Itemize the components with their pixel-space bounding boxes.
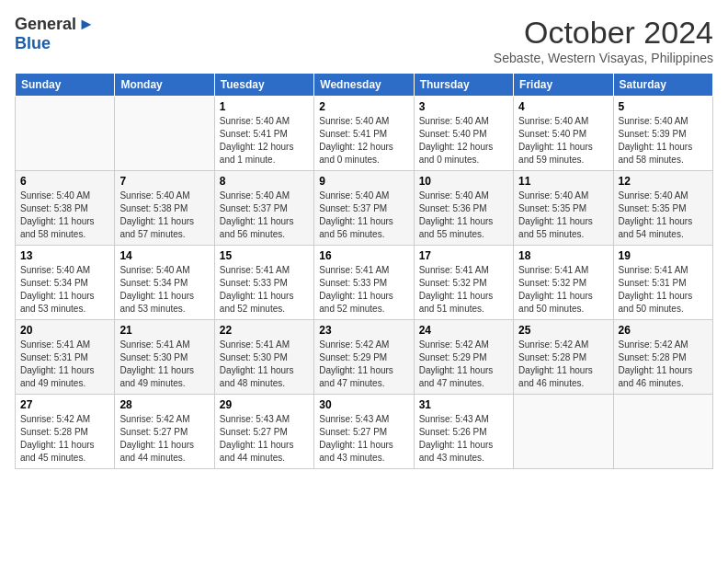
day-number: 22 bbox=[220, 324, 309, 337]
day-info-text: Daylight: 11 hours bbox=[619, 141, 708, 154]
day-info-text: Sunset: 5:29 PM bbox=[419, 351, 508, 364]
day-info-text: Sunset: 5:41 PM bbox=[319, 128, 408, 141]
logo-general: General bbox=[15, 15, 76, 34]
day-info-text: Daylight: 11 hours bbox=[518, 290, 608, 303]
day-cell: 16Sunrise: 5:41 AMSunset: 5:33 PMDayligh… bbox=[314, 246, 414, 320]
day-info-text: Sunset: 5:34 PM bbox=[119, 277, 209, 290]
day-info-text: and 52 minutes. bbox=[319, 303, 408, 316]
day-info-text: Sunrise: 5:40 AM bbox=[119, 264, 209, 277]
day-header-monday: Monday bbox=[115, 74, 214, 97]
day-info-text: Daylight: 11 hours bbox=[619, 290, 708, 303]
day-info-text: Daylight: 11 hours bbox=[419, 364, 508, 377]
day-info-text: and 57 minutes. bbox=[119, 228, 209, 241]
day-cell: 22Sunrise: 5:41 AMSunset: 5:30 PMDayligh… bbox=[214, 320, 313, 395]
day-info-text: and 58 minutes. bbox=[619, 154, 708, 167]
day-number: 13 bbox=[20, 249, 109, 262]
day-number: 18 bbox=[518, 249, 608, 262]
day-info-text: Sunset: 5:27 PM bbox=[220, 426, 309, 439]
day-number: 31 bbox=[419, 398, 508, 411]
day-cell bbox=[514, 395, 613, 469]
day-info-text: Daylight: 11 hours bbox=[319, 290, 408, 303]
day-info-text: Daylight: 12 hours bbox=[319, 141, 408, 154]
day-info-text: Sunrise: 5:40 AM bbox=[619, 115, 708, 128]
day-info-text: and 56 minutes. bbox=[319, 228, 408, 241]
day-info-text: Sunset: 5:36 PM bbox=[419, 202, 508, 215]
day-info-text: Sunset: 5:30 PM bbox=[220, 351, 309, 364]
day-info-text: Sunrise: 5:40 AM bbox=[220, 190, 309, 202]
day-cell: 3Sunrise: 5:40 AMSunset: 5:40 PMDaylight… bbox=[414, 97, 513, 171]
day-cell: 28Sunrise: 5:42 AMSunset: 5:27 PMDayligh… bbox=[115, 395, 214, 469]
day-number: 12 bbox=[619, 175, 708, 188]
day-info-text: Sunset: 5:32 PM bbox=[518, 277, 608, 290]
day-info-text: Daylight: 11 hours bbox=[220, 290, 309, 303]
day-number: 25 bbox=[518, 324, 608, 337]
week-row-0: 1Sunrise: 5:40 AMSunset: 5:41 PMDaylight… bbox=[16, 97, 713, 171]
day-info-text: Sunset: 5:28 PM bbox=[619, 351, 708, 364]
day-info-text: Daylight: 11 hours bbox=[518, 215, 608, 228]
day-cell: 18Sunrise: 5:41 AMSunset: 5:32 PMDayligh… bbox=[514, 246, 613, 320]
day-cell: 1Sunrise: 5:40 AMSunset: 5:41 PMDaylight… bbox=[214, 97, 313, 171]
day-info-text: Daylight: 12 hours bbox=[419, 141, 508, 154]
day-number: 14 bbox=[119, 249, 209, 262]
day-number: 8 bbox=[220, 175, 309, 188]
day-cell: 15Sunrise: 5:41 AMSunset: 5:33 PMDayligh… bbox=[214, 246, 313, 320]
day-cell: 12Sunrise: 5:40 AMSunset: 5:35 PMDayligh… bbox=[613, 171, 712, 246]
day-info-text: Daylight: 12 hours bbox=[220, 141, 309, 154]
day-info-text: Daylight: 11 hours bbox=[319, 215, 408, 228]
day-info-text: and 53 minutes. bbox=[119, 303, 209, 316]
day-info-text: Daylight: 11 hours bbox=[619, 215, 708, 228]
day-info-text: Daylight: 11 hours bbox=[119, 364, 209, 377]
day-info-text: Sunset: 5:31 PM bbox=[20, 351, 109, 364]
day-info-text: Sunset: 5:35 PM bbox=[518, 202, 608, 215]
day-cell: 26Sunrise: 5:42 AMSunset: 5:28 PMDayligh… bbox=[613, 320, 712, 395]
day-info-text: Daylight: 11 hours bbox=[119, 439, 209, 452]
week-row-1: 6Sunrise: 5:40 AMSunset: 5:38 PMDaylight… bbox=[16, 171, 713, 246]
day-info-text: and 47 minutes. bbox=[419, 377, 508, 390]
day-info-text: Sunset: 5:39 PM bbox=[619, 128, 708, 141]
day-info-text: and 51 minutes. bbox=[419, 303, 508, 316]
day-info-text: Sunrise: 5:40 AM bbox=[20, 264, 109, 277]
day-cell bbox=[115, 97, 214, 171]
day-header-tuesday: Tuesday bbox=[214, 74, 313, 97]
day-info-text: Sunrise: 5:41 AM bbox=[220, 339, 309, 351]
day-number: 11 bbox=[518, 175, 608, 188]
day-info-text: Sunrise: 5:42 AM bbox=[619, 339, 708, 351]
day-info-text: Sunrise: 5:40 AM bbox=[518, 190, 608, 202]
day-cell: 27Sunrise: 5:42 AMSunset: 5:28 PMDayligh… bbox=[16, 395, 115, 469]
day-info-text: Sunset: 5:27 PM bbox=[319, 426, 408, 439]
day-info-text: Sunrise: 5:40 AM bbox=[619, 190, 708, 202]
day-cell bbox=[613, 395, 712, 469]
day-number: 10 bbox=[419, 175, 508, 188]
day-info-text: Sunrise: 5:43 AM bbox=[319, 413, 408, 426]
day-info-text: Daylight: 11 hours bbox=[419, 290, 508, 303]
week-row-3: 20Sunrise: 5:41 AMSunset: 5:31 PMDayligh… bbox=[16, 320, 713, 395]
day-number: 29 bbox=[220, 398, 309, 411]
day-info-text: Sunset: 5:33 PM bbox=[319, 277, 408, 290]
day-cell: 17Sunrise: 5:41 AMSunset: 5:32 PMDayligh… bbox=[414, 246, 513, 320]
day-info-text: Sunrise: 5:41 AM bbox=[20, 339, 109, 351]
day-info-text: Sunset: 5:30 PM bbox=[119, 351, 209, 364]
logo-blue-text: Blue bbox=[15, 34, 51, 52]
day-info-text: and 50 minutes. bbox=[619, 303, 708, 316]
day-cell: 25Sunrise: 5:42 AMSunset: 5:28 PMDayligh… bbox=[514, 320, 613, 395]
day-info-text: Daylight: 11 hours bbox=[419, 439, 508, 452]
day-cell: 11Sunrise: 5:40 AMSunset: 5:35 PMDayligh… bbox=[514, 171, 613, 246]
day-info-text: Sunrise: 5:41 AM bbox=[220, 264, 309, 277]
day-cell: 29Sunrise: 5:43 AMSunset: 5:27 PMDayligh… bbox=[214, 395, 313, 469]
day-number: 3 bbox=[419, 100, 508, 113]
day-number: 21 bbox=[119, 324, 209, 337]
header-row: SundayMondayTuesdayWednesdayThursdayFrid… bbox=[16, 74, 713, 97]
day-info-text: Sunrise: 5:40 AM bbox=[20, 190, 109, 202]
day-info-text: Sunset: 5:37 PM bbox=[220, 202, 309, 215]
day-number: 9 bbox=[319, 175, 408, 188]
day-number: 24 bbox=[419, 324, 508, 337]
day-info-text: and 43 minutes. bbox=[419, 452, 508, 465]
day-info-text: and 54 minutes. bbox=[619, 228, 708, 241]
day-info-text: Sunrise: 5:41 AM bbox=[319, 264, 408, 277]
day-info-text: Sunrise: 5:41 AM bbox=[619, 264, 708, 277]
day-info-text: Daylight: 11 hours bbox=[20, 215, 109, 228]
day-info-text: and 55 minutes. bbox=[419, 228, 508, 241]
day-info-text: Sunrise: 5:41 AM bbox=[419, 264, 508, 277]
day-info-text: Sunset: 5:34 PM bbox=[20, 277, 109, 290]
day-info-text: and 47 minutes. bbox=[319, 377, 408, 390]
